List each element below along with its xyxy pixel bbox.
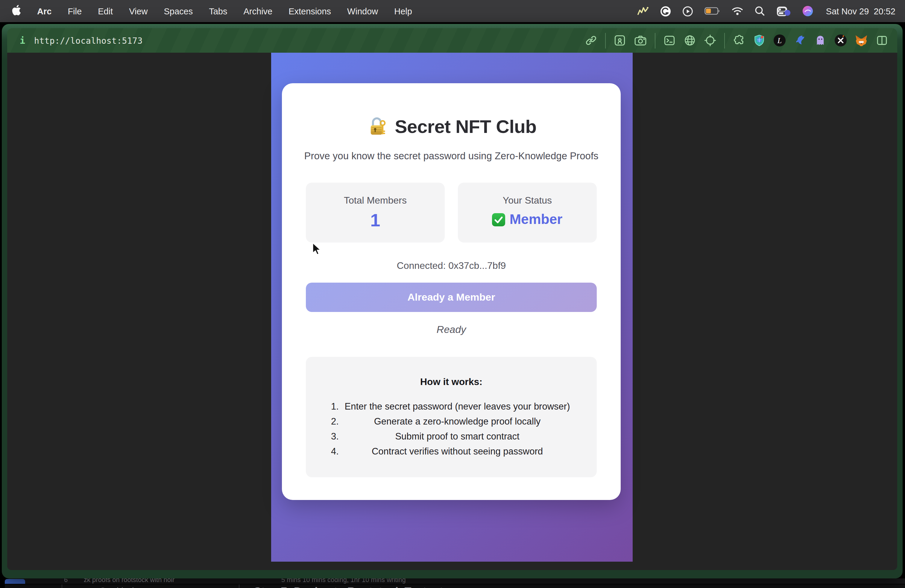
- target-icon[interactable]: [704, 34, 716, 47]
- stocks-icon[interactable]: [637, 6, 649, 16]
- check-mark-icon: [492, 213, 505, 226]
- control-center-icon[interactable]: [776, 6, 791, 16]
- menubar-item-edit[interactable]: Edit: [98, 6, 113, 16]
- background-count-badge: 6: [64, 578, 68, 583]
- menubar-item-archive[interactable]: Archive: [244, 6, 273, 16]
- step-text: Submit proof to smart contract: [320, 431, 594, 442]
- svg-text:L: L: [777, 36, 782, 45]
- your-status-value: Member: [510, 211, 562, 227]
- page-viewport: Secret NFT Club Prove you know the secre…: [7, 53, 897, 570]
- total-members-box: Total Members 1: [306, 183, 445, 243]
- menubar-item-window[interactable]: Window: [347, 6, 378, 16]
- step-text: Generate a zero-knowledge proof locally: [320, 416, 594, 427]
- arc-browser-window: i http://localhost:5173: [2, 24, 903, 578]
- step-text: Enter the secret password (never leaves …: [320, 401, 594, 412]
- your-status-box: Your Status Member: [458, 183, 597, 243]
- url-text[interactable]: http://localhost:5173: [34, 36, 143, 45]
- apple-menu[interactable]: [12, 5, 21, 17]
- link-icon[interactable]: [585, 34, 597, 47]
- how-step-4: 4. Contract verifies without seeing pass…: [306, 444, 597, 459]
- locked-with-key-icon: [366, 116, 388, 138]
- background-table-row: Symbiosis Step 7: Deploy to Rootstock Te…: [5, 584, 905, 588]
- desktop: 6 zk proofs on rootstock with noir 5 min…: [0, 22, 905, 588]
- menubar-item-view[interactable]: View: [129, 6, 148, 16]
- background-window-strip: 6 zk proofs on rootstock with noir 5 min…: [0, 578, 905, 588]
- menubar-item-spaces[interactable]: Spaces: [164, 6, 193, 16]
- table-column-divider: [239, 585, 240, 588]
- total-members-label: Total Members: [306, 195, 445, 206]
- page-subtitle: Prove you know the secret password using…: [282, 150, 621, 162]
- page-title-text: Secret NFT Club: [395, 116, 536, 137]
- background-time-note: 5 mins 10 mins coding, 1hr 10 mins writi…: [281, 578, 406, 583]
- ghost-icon[interactable]: [814, 34, 827, 47]
- how-step-2: 2. Generate a zero-knowledge proof local…: [306, 414, 597, 429]
- play-icon[interactable]: [682, 6, 693, 16]
- menubar-item-arc[interactable]: Arc: [37, 6, 51, 16]
- mouse-cursor: [312, 242, 322, 256]
- total-members-value: 1: [306, 210, 445, 230]
- secret-nft-club-card: Secret NFT Club Prove you know the secre…: [282, 83, 621, 500]
- menubar-item-file[interactable]: File: [68, 6, 82, 16]
- privacy-shield-icon[interactable]: [753, 34, 765, 47]
- screen: Arc File Edit View Spaces Tabs Archive E…: [0, 0, 905, 588]
- how-it-works-box: How it works: 1. Enter the secret passwo…: [306, 357, 597, 477]
- screenshot-icon[interactable]: [613, 34, 626, 47]
- already-member-button[interactable]: Already a Member: [306, 283, 597, 312]
- battery-icon[interactable]: [705, 7, 720, 15]
- menubar-item-tabs[interactable]: Tabs: [209, 6, 227, 16]
- background-cell-step7: Step 7: Deploy to Rootstock Testnet: [254, 585, 443, 588]
- background-task-text: zk proofs on rootstock with noir: [84, 578, 175, 583]
- metamask-fox-icon[interactable]: [855, 34, 868, 47]
- info-icon[interactable]: i: [20, 35, 25, 46]
- how-step-3: 3. Submit proof to smart contract: [306, 429, 597, 444]
- status-text: Ready: [282, 324, 621, 336]
- x-black-icon[interactable]: [834, 34, 847, 47]
- terminal-icon[interactable]: [663, 34, 676, 47]
- stats-row: Total Members 1 Your Status Member: [306, 183, 597, 243]
- blue-bird-icon[interactable]: [794, 34, 806, 47]
- your-status-label: Your Status: [458, 195, 597, 206]
- browser-toolbar: i http://localhost:5173: [7, 28, 897, 53]
- page-title: Secret NFT Club: [282, 116, 621, 138]
- camera-icon[interactable]: [634, 34, 647, 47]
- wifi-icon[interactable]: [732, 6, 743, 16]
- background-cell-symbiosis: Symbiosis: [100, 586, 138, 588]
- url-bar[interactable]: i http://localhost:5173: [7, 35, 143, 46]
- split-view-icon[interactable]: [876, 34, 888, 47]
- spotlight-search-icon[interactable]: [755, 6, 765, 16]
- grammarly-icon[interactable]: [660, 6, 671, 16]
- connected-address: Connected: 0x37cb...7bf9: [282, 261, 621, 271]
- extensions-puzzle-icon[interactable]: [733, 34, 745, 47]
- step-text: Contract verifies without seeing passwor…: [320, 446, 594, 457]
- globe-icon[interactable]: [684, 34, 696, 47]
- toolbar-divider: [655, 33, 656, 48]
- apple-logo-icon: [12, 5, 21, 16]
- script-l-icon[interactable]: L: [773, 34, 786, 47]
- how-step-1: 1. Enter the secret password (never leav…: [306, 399, 597, 414]
- menubar-item-extensions[interactable]: Extensions: [289, 6, 331, 16]
- toolbar-divider: [605, 33, 606, 48]
- menubar-clock[interactable]: Sat Nov 29 20:52: [826, 6, 895, 16]
- background-task-row: 6 zk proofs on rootstock with noir 5 min…: [5, 578, 905, 584]
- menubar-item-help[interactable]: Help: [394, 6, 412, 16]
- page-gradient-background: Secret NFT Club Prove you know the secre…: [271, 53, 633, 562]
- siri-icon[interactable]: [802, 5, 813, 17]
- macos-menubar: Arc File Edit View Spaces Tabs Archive E…: [0, 0, 905, 22]
- toolbar-divider: [724, 33, 725, 48]
- table-column-divider: [62, 585, 62, 588]
- how-it-works-heading: How it works:: [306, 377, 597, 388]
